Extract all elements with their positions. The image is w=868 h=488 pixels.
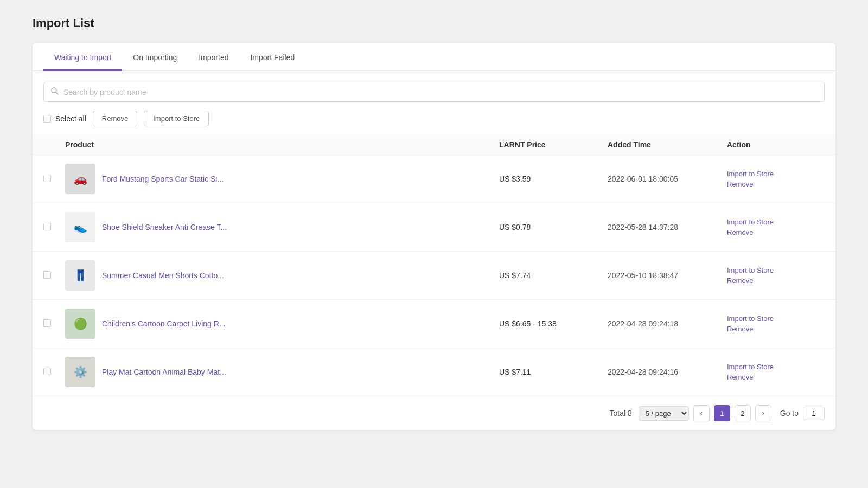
product-image: 🚗 — [65, 164, 95, 194]
row-remove-button[interactable]: Remove — [727, 373, 825, 381]
table-header: Product LARNT Price Added Time Action — [33, 135, 835, 155]
table-row: 👟 Shoe Shield Sneaker Anti Crease T... U… — [33, 203, 835, 252]
row-import-button[interactable]: Import to Store — [727, 314, 825, 323]
row-remove-button[interactable]: Remove — [727, 180, 825, 188]
row-checkbox-2[interactable] — [43, 223, 51, 230]
product-cell: 👟 Shoe Shield Sneaker Anti Crease T... — [65, 212, 499, 242]
row-checkbox-1[interactable] — [43, 175, 51, 182]
tab-import-failed[interactable]: Import Failed — [239, 43, 305, 71]
tab-imported[interactable]: Imported — [188, 43, 239, 71]
total-label: Total 8 — [610, 409, 632, 418]
search-wrapper — [43, 82, 825, 102]
toolbar: Select all Remove Import to Store — [33, 102, 835, 135]
table-row: 🟢 Children's Cartoon Carpet Living R... … — [33, 300, 835, 348]
import-list-card: Waiting to Import On Importing Imported … — [33, 43, 835, 430]
action-cell: Import to Store Remove — [727, 218, 825, 236]
table-row: ⚙️ Play Mat Cartoon Animal Baby Mat... U… — [33, 348, 835, 396]
col-time: Added Time — [608, 140, 727, 149]
time-cell: 2022-06-01 18:00:05 — [608, 175, 727, 183]
row-checkbox-cell — [43, 175, 65, 184]
action-cell: Import to Store Remove — [727, 363, 825, 381]
row-checkbox-cell — [43, 271, 65, 280]
product-image: ⚙️ — [65, 357, 95, 387]
svg-line-1 — [56, 92, 58, 94]
goto-label: Go to — [780, 409, 799, 418]
product-cell: 🟢 Children's Cartoon Carpet Living R... — [65, 309, 499, 339]
page-1-button[interactable]: 1 — [714, 405, 730, 421]
page-size-select[interactable]: 5 / page 10 / page 20 / page — [639, 406, 689, 421]
action-cell: Import to Store Remove — [727, 170, 825, 188]
prev-page-button[interactable]: ‹ — [693, 405, 710, 421]
price-cell: US $6.65 - 15.38 — [499, 319, 608, 328]
action-cell: Import to Store Remove — [727, 266, 825, 285]
product-name[interactable]: Play Mat Cartoon Animal Baby Mat... — [102, 368, 226, 376]
row-checkbox-4[interactable] — [43, 319, 51, 327]
tab-bar: Waiting to Import On Importing Imported … — [33, 43, 835, 71]
row-remove-button[interactable]: Remove — [727, 228, 825, 236]
row-import-button[interactable]: Import to Store — [727, 170, 825, 178]
action-cell: Import to Store Remove — [727, 314, 825, 333]
price-cell: US $7.74 — [499, 271, 608, 280]
search-icon — [50, 87, 59, 97]
product-image: 👟 — [65, 212, 95, 242]
search-area — [33, 71, 835, 102]
product-image: 👖 — [65, 260, 95, 291]
row-checkbox-cell — [43, 368, 65, 377]
product-image: 🟢 — [65, 309, 95, 339]
import-to-store-button[interactable]: Import to Store — [144, 111, 209, 126]
remove-button[interactable]: Remove — [93, 111, 137, 126]
col-action: Action — [727, 140, 825, 149]
price-cell: US $7.11 — [499, 368, 608, 376]
time-cell: 2022-04-28 09:24:16 — [608, 368, 727, 376]
select-all-checkbox[interactable] — [43, 115, 51, 123]
select-all-wrapper[interactable]: Select all — [43, 114, 86, 123]
row-import-button[interactable]: Import to Store — [727, 218, 825, 226]
product-cell: ⚙️ Play Mat Cartoon Animal Baby Mat... — [65, 357, 499, 387]
tab-waiting-to-import[interactable]: Waiting to Import — [43, 43, 122, 71]
row-checkbox-5[interactable] — [43, 368, 51, 375]
product-name[interactable]: Children's Cartoon Carpet Living R... — [102, 319, 226, 328]
select-all-label: Select all — [55, 114, 86, 123]
time-cell: 2022-05-10 18:38:47 — [608, 271, 727, 280]
next-page-button[interactable]: › — [755, 405, 771, 421]
row-checkbox-cell — [43, 223, 65, 232]
page-title: Import List — [33, 16, 835, 30]
product-name[interactable]: Shoe Shield Sneaker Anti Crease T... — [102, 223, 227, 232]
row-remove-button[interactable]: Remove — [727, 277, 825, 285]
price-cell: US $3.59 — [499, 175, 608, 183]
tab-on-importing[interactable]: On Importing — [122, 43, 188, 71]
row-checkbox-3[interactable] — [43, 271, 51, 279]
row-checkbox-cell — [43, 319, 65, 329]
goto-input[interactable] — [803, 407, 825, 420]
product-name[interactable]: Ford Mustang Sports Car Static Si... — [102, 175, 224, 183]
table-body: 🚗 Ford Mustang Sports Car Static Si... U… — [33, 155, 835, 396]
pagination-area: Total 8 5 / page 10 / page 20 / page ‹ 1… — [33, 396, 835, 430]
product-cell: 🚗 Ford Mustang Sports Car Static Si... — [65, 164, 499, 194]
time-cell: 2022-04-28 09:24:18 — [608, 319, 727, 328]
table-row: 🚗 Ford Mustang Sports Car Static Si... U… — [33, 155, 835, 203]
product-name[interactable]: Summer Casual Men Shorts Cotto... — [102, 271, 224, 280]
page-2-button[interactable]: 2 — [735, 405, 751, 421]
product-cell: 👖 Summer Casual Men Shorts Cotto... — [65, 260, 499, 291]
row-remove-button[interactable]: Remove — [727, 325, 825, 333]
col-price: LARNT Price — [499, 140, 608, 149]
price-cell: US $0.78 — [499, 223, 608, 232]
search-input[interactable] — [63, 88, 818, 97]
row-import-button[interactable]: Import to Store — [727, 363, 825, 371]
col-product: Product — [65, 140, 499, 149]
time-cell: 2022-05-28 14:37:28 — [608, 223, 727, 232]
table-row: 👖 Summer Casual Men Shorts Cotto... US $… — [33, 252, 835, 300]
col-checkbox — [43, 140, 65, 149]
row-import-button[interactable]: Import to Store — [727, 266, 825, 274]
